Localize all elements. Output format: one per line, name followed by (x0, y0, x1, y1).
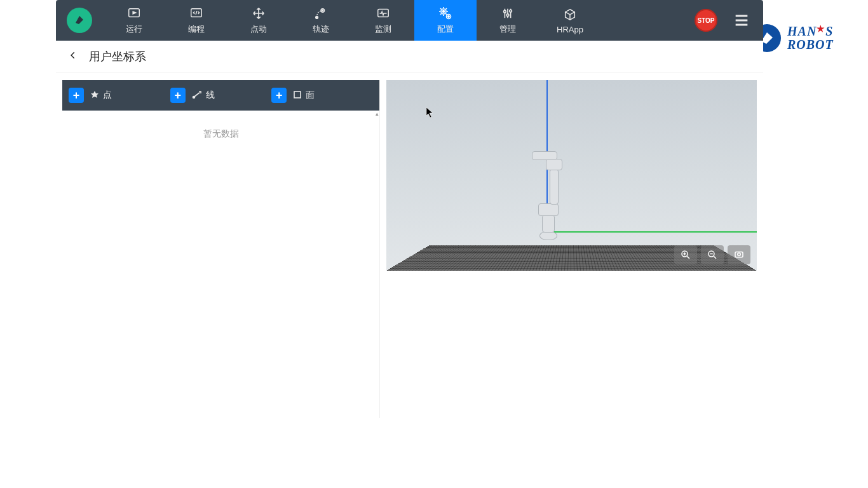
left-panel: + 点 + 线 + 面 (62, 80, 380, 418)
main-content: + 点 + 线 + 面 (56, 72, 763, 418)
line-icon (192, 90, 202, 101)
right-panel (386, 80, 757, 418)
coord-list[interactable]: ▴ 暂无数据 (62, 111, 379, 418)
svg-point-9 (448, 16, 449, 17)
nav-label: 管理 (499, 24, 516, 35)
zoom-out-button[interactable] (701, 245, 724, 264)
add-plane-button[interactable]: + (271, 88, 287, 103)
app-window: 运行 编程 点动 轨迹 监测 (56, 0, 763, 418)
nav-track[interactable]: 轨迹 (290, 0, 352, 41)
svg-rect-14 (294, 92, 301, 98)
svg-point-7 (443, 11, 445, 13)
nav-label: 编程 (188, 24, 205, 35)
nav-label: 配置 (437, 24, 454, 35)
tool-point: + 点 (69, 88, 170, 103)
nav-label: HRApp (557, 25, 583, 34)
path-icon (314, 6, 328, 21)
back-button[interactable] (69, 50, 78, 63)
scroll-up-icon: ▴ (376, 111, 379, 117)
right-bottom-panel (386, 271, 757, 418)
brand-text: HAN★S ROBOT (787, 25, 834, 51)
plane-icon (293, 90, 302, 101)
x-axis (546, 231, 757, 233)
nav-monitor[interactable]: 监测 (352, 0, 414, 41)
hamburger-menu[interactable] (729, 8, 754, 33)
nav-jog[interactable]: 点动 (227, 0, 290, 41)
robot-logo-icon (67, 8, 92, 33)
left-toolbar: + 点 + 线 + 面 (62, 80, 379, 111)
zoom-in-button[interactable] (674, 245, 697, 264)
tool-label: 线 (206, 90, 215, 101)
nav-logo[interactable] (56, 0, 103, 41)
tool-plane: + 面 (271, 88, 373, 103)
nav-label: 运行 (126, 24, 142, 35)
tool-label: 面 (306, 90, 315, 101)
nav-label: 轨迹 (313, 24, 329, 35)
sliders-icon (501, 6, 515, 21)
stop-button[interactable]: STOP (695, 9, 717, 32)
3d-viewport[interactable] (386, 80, 757, 271)
no-data-text: 暂无数据 (62, 111, 379, 140)
top-nav: 运行 编程 点动 轨迹 监测 (56, 0, 763, 41)
nav-run[interactable]: 运行 (103, 0, 165, 41)
svg-point-11 (506, 14, 509, 17)
nav-manage[interactable]: 管理 (477, 0, 539, 41)
cube-icon (563, 7, 577, 22)
pulse-icon (376, 6, 390, 21)
nav-label: 监测 (375, 24, 391, 35)
point-icon (90, 90, 99, 101)
nav-label: 点动 (250, 24, 267, 35)
tool-line: + 线 (170, 88, 272, 103)
brand-logo: HAN★S ROBOT (753, 24, 834, 52)
robot-model (523, 136, 567, 240)
viewport-controls (674, 245, 750, 264)
tool-label: 点 (103, 90, 112, 101)
svg-point-2 (316, 17, 318, 19)
nav-hrapp[interactable]: HRApp (539, 0, 601, 41)
svg-point-18 (738, 253, 741, 256)
reset-view-button[interactable] (728, 245, 750, 264)
cursor-icon (426, 107, 435, 121)
nav-config[interactable]: 配置 (414, 0, 477, 41)
add-point-button[interactable]: + (69, 88, 84, 103)
settings-icon (438, 6, 453, 21)
move-icon (252, 6, 266, 21)
breadcrumb: 用户坐标系 (56, 41, 763, 72)
svg-point-12 (510, 10, 512, 13)
svg-point-4 (322, 10, 323, 11)
code-icon (189, 6, 203, 21)
svg-point-10 (504, 10, 506, 13)
add-line-button[interactable]: + (170, 88, 186, 103)
page-title: 用户坐标系 (89, 49, 146, 64)
nav-program[interactable]: 编程 (165, 0, 227, 41)
play-icon (127, 6, 141, 21)
